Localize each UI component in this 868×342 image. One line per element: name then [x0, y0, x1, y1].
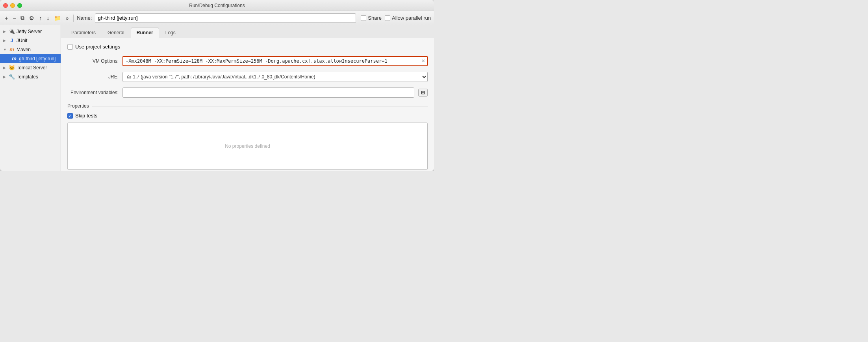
use-project-settings-label: Use project settings [75, 44, 120, 50]
vm-options-input[interactable] [123, 57, 420, 65]
jre-select[interactable]: 🗂 1.7 (java version "1.7", path: /Librar… [122, 72, 428, 82]
sidebar-label-jetty: Jetty Server [17, 29, 42, 34]
close-button[interactable] [3, 3, 8, 8]
toolbar-divider [73, 15, 74, 22]
main-window: Run/Debug Configurations + − ⧉ ⚙ ↑ ↓ 📁 »… [0, 0, 434, 171]
allow-parallel-checkbox[interactable] [385, 15, 390, 21]
main-area: ▶ 🔌 Jetty Server ▶ J JUnit ▼ m Maven m g… [0, 25, 434, 171]
expand-arrow-templates: ▶ [3, 75, 7, 79]
share-label: Share [368, 15, 382, 21]
tab-logs[interactable]: Logs [160, 28, 181, 38]
sidebar-item-maven[interactable]: ▼ m Maven [0, 45, 61, 54]
folder-button[interactable]: 📁 [52, 14, 62, 22]
traffic-lights [3, 3, 22, 8]
share-checkbox[interactable] [361, 15, 366, 21]
sidebar-item-templates[interactable]: ▶ 🔧 Templates [0, 72, 61, 81]
properties-label: Properties [67, 103, 89, 109]
sidebar-label-gh-third: gh-third [jetty:run] [19, 56, 56, 61]
content-area: Parameters General Runner Logs Use proje… [61, 25, 434, 171]
use-project-settings-row: Use project settings [67, 44, 428, 50]
tomcat-icon: 🐱 [9, 65, 15, 71]
up-button[interactable]: ↑ [37, 14, 43, 22]
maximize-button[interactable] [17, 3, 22, 8]
junit-icon: J [9, 37, 15, 43]
jre-select-wrapper: 🗂 1.7 (java version "1.7", path: /Librar… [122, 72, 428, 82]
tabs: Parameters General Runner Logs [61, 25, 434, 38]
sidebar-label-tomcat: Tomcat Server [17, 65, 47, 71]
vm-input-wrapper: ✕ [122, 56, 428, 66]
expand-arrow-junit: ▶ [3, 39, 7, 43]
sidebar-label-templates: Templates [17, 74, 38, 80]
sidebar: ▶ 🔌 Jetty Server ▶ J JUnit ▼ m Maven m g… [0, 25, 61, 171]
sidebar-label-junit: JUnit [17, 38, 27, 43]
sidebar-item-tomcat[interactable]: ▶ 🐱 Tomcat Server [0, 63, 61, 72]
remove-button[interactable]: − [11, 14, 17, 22]
env-vars-button[interactable]: ⊞ [418, 89, 428, 97]
toolbar: + − ⧉ ⚙ ↑ ↓ 📁 » Name: Share Allow parall… [0, 11, 434, 25]
jetty-icon: 🔌 [9, 28, 15, 34]
settings-button[interactable]: ⚙ [28, 14, 36, 22]
tab-parameters[interactable]: Parameters [66, 28, 101, 38]
skip-tests-label: Skip tests [75, 113, 97, 119]
expand-arrow-jetty: ▶ [3, 30, 7, 33]
env-vars-label: Environment variables: [67, 90, 119, 95]
expand-arrow-maven: ▼ [3, 48, 7, 52]
sidebar-item-junit[interactable]: ▶ J JUnit [0, 36, 61, 45]
tab-runner[interactable]: Runner [131, 28, 159, 38]
title-bar: Run/Debug Configurations [0, 0, 434, 11]
skip-tests-checkbox[interactable] [67, 113, 73, 119]
no-properties-text: No properties defined [225, 143, 270, 149]
properties-box: No properties defined [67, 123, 428, 170]
sidebar-label-maven: Maven [17, 47, 31, 52]
minimize-button[interactable] [10, 3, 15, 8]
vm-options-row: VM Options: ✕ [67, 56, 428, 66]
templates-icon: 🔧 [9, 74, 15, 80]
sidebar-item-jetty-server[interactable]: ▶ 🔌 Jetty Server [0, 27, 61, 36]
allow-parallel-checkbox-wrapper: Allow parallel run [385, 15, 431, 21]
add-button[interactable]: + [3, 14, 9, 22]
sidebar-item-gh-third[interactable]: m gh-third [jetty:run] [0, 54, 61, 63]
properties-section-header: Properties [67, 103, 428, 109]
vm-options-label: VM Options: [67, 58, 119, 64]
more-button[interactable]: » [64, 14, 70, 22]
use-project-settings-checkbox[interactable] [67, 44, 73, 50]
name-row: Name: [77, 13, 356, 23]
gh-third-icon: m [11, 56, 17, 61]
env-vars-row: Environment variables: ⊞ [67, 87, 428, 98]
copy-button[interactable]: ⧉ [19, 14, 26, 22]
allow-parallel-label: Allow parallel run [392, 15, 431, 21]
toolbar-right: Share Allow parallel run [361, 15, 431, 21]
tab-general[interactable]: General [102, 28, 130, 38]
name-label: Name: [77, 15, 92, 21]
jre-row: JRE: 🗂 1.7 (java version "1.7", path: /L… [67, 72, 428, 82]
name-input[interactable] [95, 13, 356, 23]
share-checkbox-wrapper: Share [361, 15, 382, 21]
jre-label: JRE: [67, 74, 119, 80]
env-vars-input[interactable] [122, 87, 414, 98]
down-button[interactable]: ↓ [45, 14, 51, 22]
skip-tests-row: Skip tests [67, 113, 428, 119]
expand-arrow-tomcat: ▶ [3, 66, 7, 70]
form-area: Use project settings VM Options: ✕ JRE: [61, 38, 434, 171]
window-title: Run/Debug Configurations [189, 3, 245, 8]
vm-clear-button[interactable]: ✕ [420, 58, 427, 64]
maven-icon: m [9, 46, 15, 52]
